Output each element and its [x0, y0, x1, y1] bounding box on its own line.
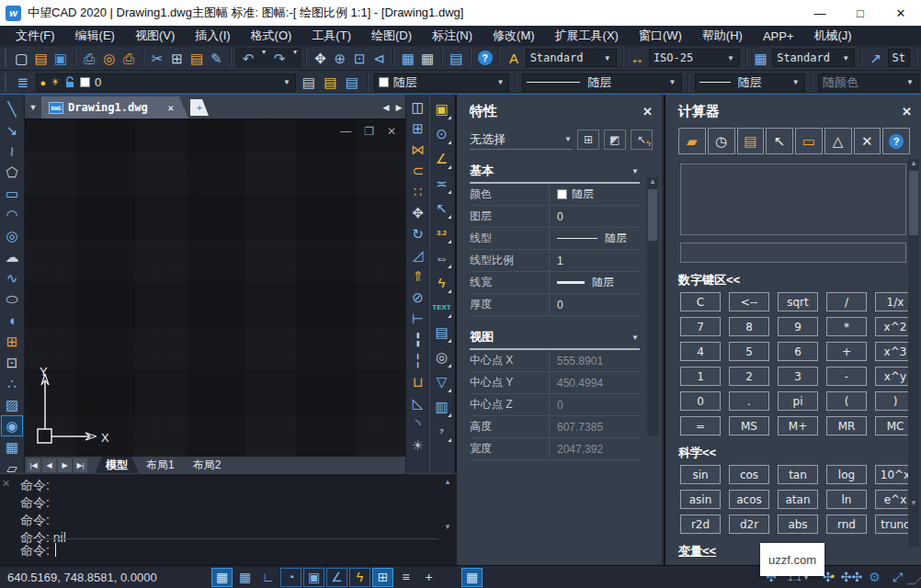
revision-cloud-icon[interactable]: ☁ — [1, 246, 23, 267]
redo-icon[interactable]: ↷ — [268, 48, 290, 68]
sci-key-acos[interactable]: acos — [729, 490, 769, 509]
numpad-key-7[interactable]: 7 — [680, 317, 721, 336]
numpad-key-([interactable]: ( — [826, 391, 867, 411]
table-icon[interactable]: ▦ — [1, 436, 23, 458]
numpad-key-4[interactable]: 4 — [680, 342, 721, 361]
text-style-combo[interactable]: Standard▼ — [526, 49, 617, 67]
ortho-icon[interactable]: ∟ — [257, 568, 279, 587]
arc-icon[interactable]: ◠ — [1, 204, 23, 225]
property-value[interactable]: 2047.392 — [549, 438, 640, 459]
otrack-icon[interactable]: ∠ — [326, 568, 347, 587]
chevron-down-icon[interactable]: ▾ — [259, 48, 268, 68]
render-icon[interactable]: ▣ — [431, 96, 453, 121]
zoom-realtime-icon[interactable]: ⊕ — [330, 48, 349, 68]
scroll-up-icon[interactable]: ▲ — [647, 177, 658, 188]
publish-icon[interactable]: ⎙ — [119, 48, 138, 68]
numpad-key-3[interactable]: 3 — [778, 367, 818, 386]
layer-express-icon[interactable]: ▤ — [431, 320, 453, 345]
mleader-style-combo[interactable]: St — [888, 49, 910, 67]
offset-icon[interactable]: ⊂ — [407, 160, 429, 181]
table-style-combo[interactable]: Standard▼ — [772, 49, 855, 67]
numpad-key-*[interactable]: * — [826, 317, 867, 336]
table-style-icon[interactable]: ▦ — [751, 48, 770, 68]
help-icon[interactable]: ? — [475, 48, 495, 68]
layout-tab-布局1[interactable]: 布局1 — [135, 457, 186, 473]
sci-key-rnd[interactable]: rnd — [826, 514, 867, 534]
numpad-key-1[interactable]: 1 — [680, 367, 721, 386]
menu-item-10[interactable]: 扩展工具(X) — [545, 26, 629, 46]
calc-pick-point-icon[interactable]: ↖ — [766, 128, 793, 154]
layout-nav-1[interactable]: ◀ — [42, 458, 56, 472]
scroll-up-icon[interactable]: ▲ — [908, 159, 919, 170]
property-value[interactable]: 450.4994 — [549, 372, 640, 393]
plot-icon[interactable]: ⎙ — [80, 48, 99, 68]
stretch-icon[interactable]: ⇑ — [407, 266, 429, 287]
explode-icon[interactable]: ☀ — [407, 435, 429, 456]
command-scrollbar[interactable]: ▲ ▼ — [442, 478, 453, 560]
fullscreen-icon[interactable]: ⤢ — [887, 568, 908, 587]
lineweight-combo[interactable]: 随层▼ — [695, 74, 805, 92]
table-toggle-icon[interactable]: ▦ — [461, 568, 483, 587]
numpad-key-C[interactable]: C — [680, 292, 721, 311]
sci-key-asin[interactable]: asin — [680, 490, 721, 509]
child-close-button[interactable]: ✕ — [387, 125, 396, 138]
section-基本[interactable]: 基本▼ — [470, 163, 640, 184]
calc-paste-icon[interactable]: ▤ — [737, 128, 765, 154]
numpad-key-+[interactable]: + — [826, 342, 867, 361]
layer-states-icon[interactable]: ▤ — [320, 73, 342, 93]
data-table-icon[interactable]: ▦ — [418, 48, 438, 68]
properties-close-icon[interactable]: ✕ — [642, 105, 653, 119]
callout-icon[interactable]: ◎ — [431, 345, 453, 369]
purge-icon[interactable]: ▽ — [431, 369, 453, 394]
document-tab[interactable]: DWG Drawing1.dwg ✕ — [41, 96, 188, 119]
sci-key-sin[interactable]: sin — [680, 465, 721, 484]
copy-icon[interactable]: ⊞ — [407, 118, 429, 139]
dim-leader-icon[interactable]: ↖ — [431, 196, 453, 220]
maximize-button[interactable]: □ — [840, 0, 881, 26]
zoom-previous-icon[interactable]: ⊲ — [370, 48, 389, 68]
property-value[interactable]: 0 — [549, 394, 640, 415]
text-tool-icon[interactable]: TEXT — [431, 295, 453, 320]
copy-clip-icon[interactable]: ⊞ — [167, 48, 187, 68]
numpad-key-=[interactable]: = — [680, 416, 721, 435]
open-icon[interactable]: ▤ — [31, 48, 51, 68]
chevron-down-icon[interactable]: ▼ — [603, 54, 612, 62]
sci-key-r2d[interactable]: r2d — [680, 514, 721, 534]
new-icon[interactable]: ▢ — [12, 48, 31, 68]
menu-item-13[interactable]: APP+ — [753, 26, 804, 46]
annotation-auto-icon[interactable]: ✣✣ — [841, 568, 862, 587]
grid-icon[interactable]: ▦ — [211, 568, 233, 587]
layout-nav-0[interactable]: |◀ — [27, 458, 40, 472]
menu-item-3[interactable]: 视图(V) — [125, 26, 185, 46]
scroll-thumb[interactable] — [909, 171, 918, 235]
settings-gear-icon[interactable]: ⚙ — [864, 568, 885, 587]
ellipse-icon[interactable]: ⬭ — [1, 288, 23, 310]
menu-item-5[interactable]: 格式(O) — [241, 26, 302, 46]
text-style-icon[interactable]: A — [504, 48, 523, 68]
menu-item-7[interactable]: 绘图(D) — [361, 26, 422, 46]
sci-key-abs[interactable]: abs — [778, 514, 818, 534]
menu-item-2[interactable]: 编辑(E) — [65, 26, 125, 46]
numpad-key-9[interactable]: 9 — [778, 317, 818, 336]
command-close-icon[interactable]: ✕ — [2, 478, 10, 490]
layer-previous-icon[interactable]: ▤ — [298, 73, 320, 93]
layer-combo[interactable]: ●☀0▼ — [36, 74, 296, 92]
quick-props-icon[interactable]: + — [418, 568, 439, 587]
layout-nav-2[interactable]: ▶ — [58, 458, 72, 472]
calc-angle-icon[interactable]: △ — [824, 128, 852, 154]
numpad-key-<--[interactable]: <-- — [729, 292, 769, 311]
numpad-section-label[interactable]: 数字键区<< — [678, 272, 921, 288]
match-properties-icon[interactable]: ✎ — [207, 48, 226, 68]
dim-style-icon[interactable]: ↔ — [628, 48, 647, 68]
spline-icon[interactable]: ∿ — [1, 267, 23, 288]
scroll-down-icon[interactable]: ▼ — [908, 499, 919, 510]
plot-preview-icon[interactable]: ◎ — [99, 48, 119, 68]
scroll-thumb[interactable] — [648, 189, 657, 241]
zoom-detail-icon[interactable]: ⊙ — [431, 121, 453, 146]
calc-help-icon[interactable]: ? — [882, 128, 910, 154]
numpad-key--[interactable]: - — [826, 367, 867, 386]
layer-translate-icon[interactable]: ▤ — [341, 73, 363, 93]
construction-line-icon[interactable]: ↘ — [1, 119, 23, 141]
property-value[interactable]: 0 — [549, 294, 640, 315]
insert-block-icon[interactable]: ⊞ — [1, 331, 23, 352]
